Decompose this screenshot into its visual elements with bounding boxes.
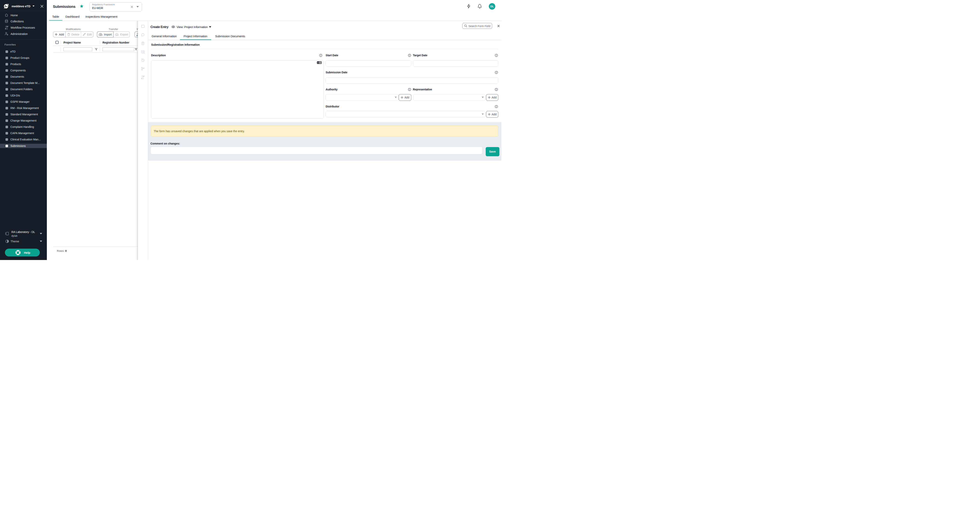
svg-text:A: A xyxy=(317,62,319,64)
